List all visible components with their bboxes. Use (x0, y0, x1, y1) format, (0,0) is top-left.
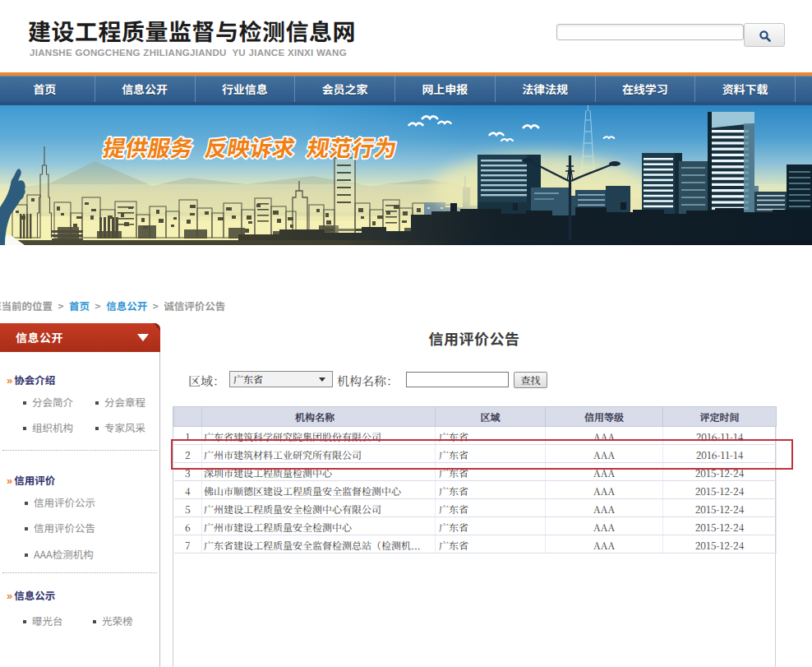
svg-text:反映诉求: 反映诉求 (203, 130, 298, 163)
svg-text:提供服务: 提供服务 (101, 130, 196, 163)
svg-text:规范行为: 规范行为 (305, 130, 400, 163)
